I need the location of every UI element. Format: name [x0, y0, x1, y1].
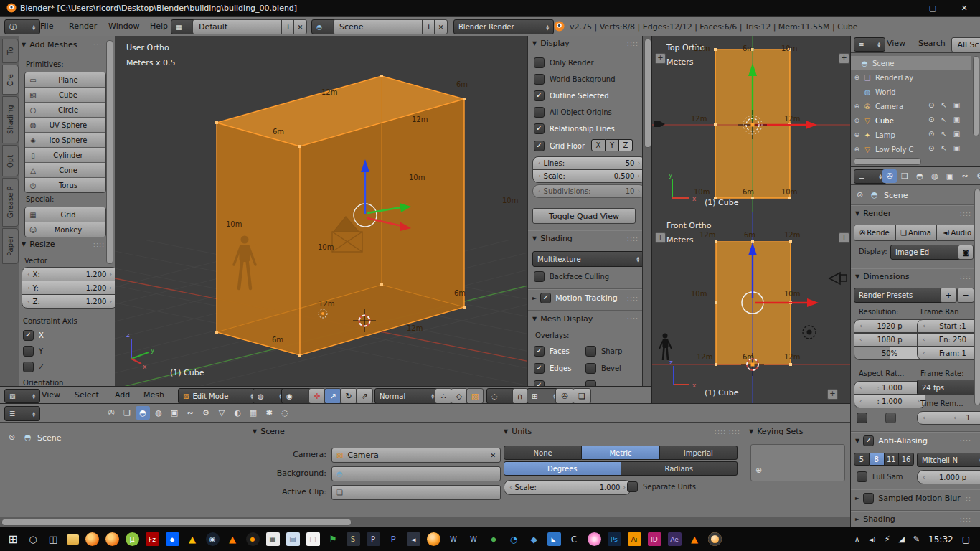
tab-data[interactable]: ▽: [215, 406, 229, 420]
shading-panel-header[interactable]: ▼Shading::::: [532, 234, 639, 243]
clear-icon[interactable]: ✕: [490, 452, 496, 459]
minimize-button[interactable]: —: [885, 0, 917, 16]
add-circle-button[interactable]: ○Circle: [25, 103, 105, 118]
npanel-scrollbar-track[interactable]: [642, 36, 652, 386]
add-plane-button[interactable]: ▭Plane: [25, 72, 105, 88]
separate-units-checkbox[interactable]: Separate Units: [627, 481, 696, 492]
checkbox-icon[interactable]: [863, 435, 874, 446]
npanel-scrollbar-thumb[interactable]: [644, 39, 651, 148]
clock[interactable]: 15:32: [928, 534, 953, 545]
blender-app-icon[interactable]: [427, 532, 440, 546]
sampled-motion-blur-panel-header[interactable]: ► Sampled Motion Blur ::: [855, 493, 971, 504]
shield-app-icon[interactable]: ◆: [527, 532, 541, 546]
relationship-lines-checkbox[interactable]: Relationship Lines: [534, 123, 615, 134]
camera-restrict-icon[interactable]: ▣: [953, 144, 960, 152]
aa-pixel-size-field[interactable]: ‹1.000 p›: [917, 470, 980, 484]
all-object-origins-checkbox[interactable]: All Object Origins: [534, 107, 612, 118]
tool-shelf-scrollbar[interactable]: [106, 40, 113, 264]
render-display-selector[interactable]: Image Ed▲▼: [890, 245, 966, 260]
units-degrees-button[interactable]: Degrees: [504, 461, 621, 476]
add-cone-button[interactable]: △Cone: [25, 163, 105, 178]
google-drive-icon[interactable]: ▲: [186, 532, 199, 546]
delete-screen-button[interactable]: ✕: [293, 19, 307, 34]
filezilla-icon[interactable]: Fz: [146, 532, 159, 546]
resize-y-field[interactable]: ‹Y:1.200›: [22, 281, 116, 295]
only-render-checkbox[interactable]: Only Render: [534, 57, 594, 68]
viewport-3d-top[interactable]: y x Top Ortho Meters (1) Cube + + 10m6m1…: [651, 36, 851, 212]
editor-type-selector[interactable]: ≡ ▲▼: [854, 37, 885, 52]
vertex-select-mode-button[interactable]: ∴: [435, 388, 452, 404]
outliner-h-scrollbar[interactable]: [854, 158, 921, 165]
notepad-icon[interactable]: ▤: [286, 532, 300, 546]
constraint-y-checkbox[interactable]: Y: [23, 346, 43, 357]
tab-options[interactable]: Opti: [2, 145, 19, 176]
resolution-x-field[interactable]: ‹1920 p›: [854, 319, 925, 333]
properties-scrollbar[interactable]: [974, 189, 980, 405]
tab-object[interactable]: ▣: [167, 406, 182, 420]
camera-object[interactable]: [829, 273, 847, 284]
maximize-button[interactable]: ▢: [917, 0, 948, 16]
lock-interface-button[interactable]: ◙: [958, 245, 974, 260]
battery-icon[interactable]: ⚡: [885, 534, 890, 544]
constraint-z-checkbox[interactable]: Z: [23, 362, 44, 372]
aa-samples-16-button[interactable]: 16: [899, 453, 914, 466]
render-still-button[interactable]: ✇: [555, 388, 574, 404]
cube-mesh[interactable]: [215, 75, 466, 357]
grid-floor-checkbox[interactable]: Grid Floor: [534, 141, 585, 151]
expand-icon[interactable]: ⊕: [851, 146, 859, 153]
dropbox-icon[interactable]: ◆: [166, 532, 179, 546]
cortana-search-icon[interactable]: ○: [27, 532, 40, 546]
menu-view[interactable]: View: [39, 390, 63, 400]
shading-mode-selector[interactable]: Multitexture▲▼: [532, 251, 643, 267]
keying-sets-panel-header[interactable]: ▼Keying Sets: [749, 427, 844, 436]
expand-icon[interactable]: ⊕: [851, 131, 859, 138]
editor-type-selector[interactable]: ☰ ▲▼: [4, 406, 40, 421]
scrollbar-track[interactable]: [0, 517, 850, 527]
frame-end-field[interactable]: ‹En: 250›: [917, 333, 980, 347]
tab-modifiers[interactable]: ⚙: [973, 169, 980, 183]
tab-scene[interactable]: ◓: [136, 406, 150, 420]
resolution-percentage-slider[interactable]: 50%: [854, 347, 925, 360]
green-app-icon[interactable]: ◆: [487, 532, 501, 546]
pen-icon[interactable]: ✎: [913, 534, 920, 544]
cursor-arrow-icon[interactable]: ↖: [941, 101, 946, 109]
resize-z-field[interactable]: ‹Z:1.200›: [22, 294, 116, 309]
viewport-3d-front[interactable]: z x Front Ortho Meters (1) Cube + + + 12…: [651, 212, 851, 404]
manipulator-scale-button[interactable]: ⇗: [356, 388, 373, 404]
document-app-icon[interactable]: ▢: [306, 532, 320, 546]
add-ico-sphere-button[interactable]: ◈Ico Sphere: [25, 133, 105, 148]
indesign-icon[interactable]: ID: [648, 532, 661, 546]
units-imperial-button[interactable]: Imperial: [660, 446, 738, 460]
steam-icon[interactable]: ◉: [206, 532, 220, 546]
tab-object[interactable]: ▣: [943, 169, 957, 183]
units-none-button[interactable]: None: [504, 446, 582, 460]
manipulator-translate-button[interactable]: ↗: [324, 388, 341, 404]
flag-app-icon[interactable]: ⚑: [326, 532, 340, 546]
render-panel-header[interactable]: ▼Render::::: [855, 209, 971, 218]
display-panel-header[interactable]: ▼Display::::: [532, 39, 639, 48]
tab-shading[interactable]: Shading: [2, 96, 19, 143]
active-clip-field[interactable]: ❏: [331, 485, 501, 500]
motion-tracking-panel-header[interactable]: ► Motion Tracking ::::: [532, 293, 639, 303]
cursor-arrow-icon[interactable]: ↖: [941, 130, 946, 138]
render-animation-button[interactable]: ❏Anima: [895, 225, 937, 241]
aa-samples-5-button[interactable]: 5: [854, 453, 870, 466]
cursor-arrow-icon[interactable]: ↖: [941, 144, 946, 152]
notification-center-icon[interactable]: ▢: [962, 534, 970, 545]
editor-type-selector[interactable]: ⓘ ▲▼: [4, 19, 40, 34]
tab-constraints[interactable]: ∾: [183, 406, 197, 420]
add-meshes-panel-header[interactable]: ▼ Add Meshes ::::: [22, 40, 105, 50]
menu-window[interactable]: Window: [105, 22, 142, 31]
mode-selector[interactable]: ▧ Edit Mode ▲▼: [178, 388, 258, 404]
region-expand-button[interactable]: +: [827, 389, 838, 400]
overlay-faces-checkbox[interactable]: Faces: [534, 346, 570, 357]
constraint-x-checkbox[interactable]: X: [23, 330, 44, 341]
color-wheel-icon[interactable]: [588, 532, 601, 546]
panel-drag-dots-icon[interactable]: ::: [966, 495, 971, 502]
expand-icon[interactable]: ⊕: [851, 117, 859, 124]
tab-particles[interactable]: ✱: [262, 406, 276, 420]
dimensions-panel-header[interactable]: ▼Dimensions::::: [855, 272, 971, 281]
snap-magnet-button[interactable]: ∩: [512, 388, 528, 404]
corel-icon[interactable]: C: [567, 532, 581, 546]
outliner-filter-selector[interactable]: All Sc: [951, 37, 980, 52]
